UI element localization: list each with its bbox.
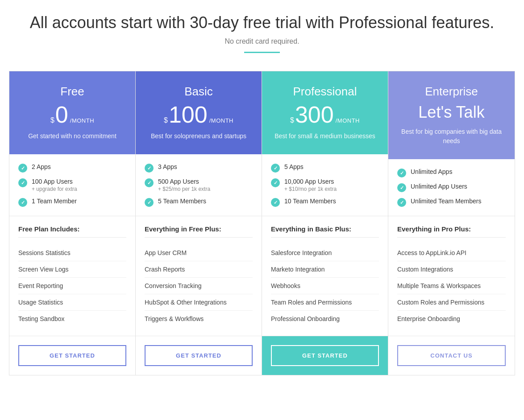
feature-text-professional-2: 10 Team Members	[284, 198, 336, 205]
cta-button-enterprise[interactable]: CONTACT US	[397, 345, 506, 366]
cta-button-free[interactable]: GET STARTED	[18, 345, 126, 366]
header-section: All accounts start with 30-day free tria…	[9, 13, 515, 53]
check-icon-enterprise-2	[397, 198, 406, 207]
feature-item-basic-1: 500 App Users+ $25/mo per 1k extra	[145, 178, 253, 192]
cta-button-professional[interactable]: GET STARTED	[271, 345, 379, 366]
list-item-enterprise-3: Custom Roles and Permissions	[397, 294, 506, 311]
plan-description-enterprise: Best for big companies with big data nee…	[397, 127, 506, 146]
list-item-basic-4: Triggers & Workflows	[145, 311, 253, 327]
feature-main-text-free-1: 100 App Users	[32, 178, 77, 185]
list-item-free-3: Usage Statistics	[18, 294, 126, 311]
price-dollar-sign-free: $	[50, 116, 54, 124]
feature-text-professional-1: 10,000 App Users+ $10/mo per 1k extra	[284, 178, 337, 192]
plan-header-enterprise: EnterpriseLet's TalkBest for big compani…	[388, 71, 515, 159]
plan-header-professional: Professional$300/MONTHBest for small & m…	[262, 71, 388, 154]
feature-main-text-enterprise-0: Unlimited Apps	[411, 168, 452, 175]
feature-item-basic-2: 5 Team Members	[145, 198, 253, 207]
list-item-enterprise-4: Enterprise Onboarding	[397, 311, 506, 327]
check-icon-enterprise-1	[397, 183, 406, 192]
feature-item-free-0: 2 Apps	[18, 163, 126, 173]
feature-main-text-professional-1: 10,000 App Users	[284, 178, 337, 185]
plan-features-top-basic: 3 Apps500 App Users+ $25/mo per 1k extra…	[136, 154, 262, 216]
price-period-free: /MONTH	[70, 117, 94, 124]
feature-main-text-basic-2: 5 Team Members	[158, 198, 206, 205]
feature-main-text-basic-1: 500 App Users	[158, 178, 210, 185]
plan-column-basic: Basic$100/MONTHBest for solopreneurs and…	[136, 71, 262, 375]
feature-main-text-professional-0: 5 Apps	[284, 163, 304, 170]
feature-extra-professional-1: + $10/mo per 1k extra	[284, 186, 337, 192]
list-item-professional-3: Team Roles and Permissions	[271, 294, 379, 311]
plan-column-professional: Professional$300/MONTHBest for small & m…	[262, 71, 388, 375]
plan-name-free: Free	[18, 85, 126, 99]
plan-price-row-basic: $100/MONTH	[145, 103, 253, 126]
plan-lets-talk: Let's Talk	[397, 103, 506, 122]
check-icon-professional-1	[271, 178, 280, 187]
list-item-enterprise-2: Multiple Teams & Workspaces	[397, 278, 506, 294]
feature-text-enterprise-0: Unlimited Apps	[411, 168, 452, 175]
feature-main-text-free-2: 1 Team Member	[32, 198, 77, 205]
header-divider	[244, 52, 280, 53]
plan-includes-free: Free Plan Includes:Sessions StatisticsSc…	[9, 216, 135, 336]
plans-grid: Free$0/MONTHGet started with no commitme…	[9, 71, 515, 375]
feature-item-professional-0: 5 Apps	[271, 163, 379, 173]
plan-name-basic: Basic	[145, 85, 253, 99]
feature-main-text-enterprise-1: Unlimited App Users	[411, 183, 467, 190]
list-item-professional-0: Salesforce Integration	[271, 245, 379, 261]
list-item-professional-4: Professional Onboarding	[271, 311, 379, 327]
includes-list-free: Sessions StatisticsScreen View LogsEvent…	[18, 245, 126, 327]
list-item-free-1: Screen View Logs	[18, 261, 126, 278]
feature-item-basic-0: 3 Apps	[145, 163, 253, 173]
feature-text-professional-0: 5 Apps	[284, 163, 304, 170]
check-icon-professional-2	[271, 198, 280, 207]
check-icon-basic-2	[145, 198, 154, 207]
plan-features-top-professional: 5 Apps10,000 App Users+ $10/mo per 1k ex…	[262, 154, 388, 216]
feature-item-free-1: 100 App Users+ upgrade for extra	[18, 178, 126, 192]
list-item-enterprise-0: Access to AppLink.io API	[397, 245, 506, 261]
includes-title-professional: Everything in Basic Plus:	[271, 225, 379, 238]
list-item-professional-2: Webhooks	[271, 278, 379, 294]
plan-includes-basic: Everything in Free Plus:App User CRMCras…	[136, 216, 262, 336]
feature-main-text-professional-2: 10 Team Members	[284, 198, 336, 205]
cta-button-basic[interactable]: GET STARTED	[145, 345, 253, 366]
includes-list-professional: Salesforce IntegrationMarketo Integratio…	[271, 245, 379, 327]
feature-text-enterprise-2: Unlimited Team Members	[411, 198, 481, 205]
check-icon-professional-0	[271, 164, 280, 173]
includes-list-enterprise: Access to AppLink.io APICustom Integrati…	[397, 245, 506, 327]
plan-includes-professional: Everything in Basic Plus:Salesforce Inte…	[262, 216, 388, 336]
price-period-professional: /MONTH	[336, 117, 360, 124]
check-icon-free-0	[18, 164, 27, 173]
price-amount-basic: 100	[169, 103, 208, 126]
includes-list-basic: App User CRMCrash ReportsConversion Trac…	[145, 245, 253, 327]
feature-main-text-free-0: 2 Apps	[32, 163, 51, 170]
plan-price-row-professional: $300/MONTH	[271, 103, 379, 126]
plan-header-free: Free$0/MONTHGet started with no commitme…	[9, 71, 135, 154]
check-icon-free-2	[18, 198, 27, 207]
plan-column-free: Free$0/MONTHGet started with no commitme…	[9, 71, 136, 375]
list-item-free-4: Testing Sandbox	[18, 311, 126, 327]
plan-description-professional: Best for small & medium businesses	[271, 132, 379, 141]
plan-footer-basic: GET STARTED	[136, 336, 262, 375]
price-dollar-sign-basic: $	[164, 116, 168, 124]
feature-main-text-basic-0: 3 Apps	[158, 163, 177, 170]
plan-header-basic: Basic$100/MONTHBest for solopreneurs and…	[136, 71, 262, 154]
includes-title-enterprise: Everything in Pro Plus:	[397, 225, 506, 238]
feature-text-free-0: 2 Apps	[32, 163, 51, 170]
feature-extra-basic-1: + $25/mo per 1k extra	[158, 186, 210, 192]
price-amount-free: 0	[55, 103, 68, 126]
feature-item-enterprise-1: Unlimited App Users	[397, 183, 506, 192]
page-wrapper: All accounts start with 30-day free tria…	[0, 0, 524, 389]
feature-text-basic-1: 500 App Users+ $25/mo per 1k extra	[158, 178, 210, 192]
price-period-basic: /MONTH	[209, 117, 233, 124]
feature-text-free-2: 1 Team Member	[32, 198, 77, 205]
plan-features-top-free: 2 Apps100 App Users+ upgrade for extra1 …	[9, 154, 135, 216]
plan-column-enterprise: EnterpriseLet's TalkBest for big compani…	[388, 71, 515, 375]
feature-item-free-2: 1 Team Member	[18, 198, 126, 207]
feature-text-basic-2: 5 Team Members	[158, 198, 206, 205]
header-title: All accounts start with 30-day free tria…	[9, 13, 515, 32]
plan-name-enterprise: Enterprise	[397, 85, 506, 99]
plan-includes-enterprise: Everything in Pro Plus:Access to AppLink…	[388, 216, 515, 336]
plan-footer-enterprise: CONTACT US	[388, 336, 515, 375]
feature-extra-free-1: + upgrade for extra	[32, 186, 77, 192]
plan-footer-professional: GET STARTED	[262, 336, 388, 375]
plan-description-free: Get started with no commitment	[18, 132, 126, 141]
